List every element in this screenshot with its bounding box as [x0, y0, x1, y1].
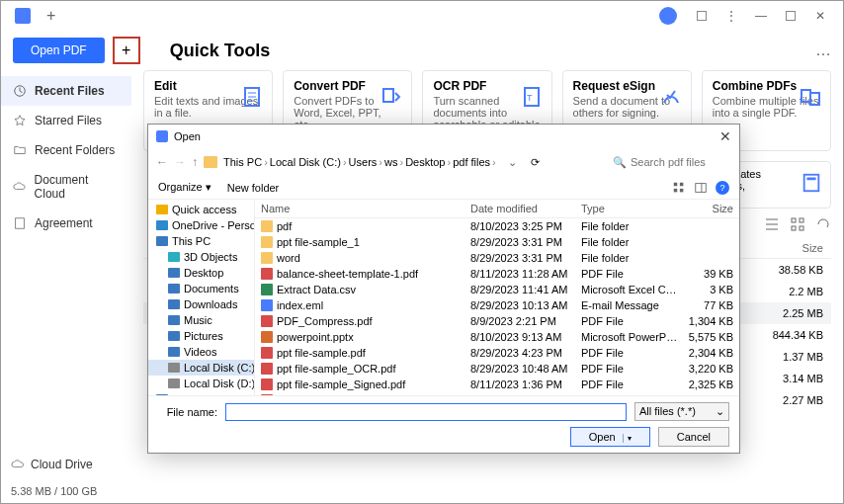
organize-button[interactable]: Organize ▾: [158, 181, 211, 194]
tree-item[interactable]: This PC: [148, 233, 254, 249]
col-name[interactable]: Name: [261, 203, 470, 214]
file-row[interactable]: PDF_Compress.pdf8/9/2023 2:21 PMPDF File…: [255, 313, 739, 329]
breadcrumb[interactable]: Local Disk (C:): [270, 156, 341, 168]
breadcrumb[interactable]: Users: [349, 156, 378, 168]
sidebar-item-recent-folders[interactable]: Recent Folders: [1, 135, 131, 165]
nav-forward-icon[interactable]: →: [174, 155, 186, 169]
app-tab-icon[interactable]: [15, 8, 31, 24]
file-row[interactable]: ppt file-sample.pdf8/29/2023 4:23 PMPDF …: [255, 345, 739, 361]
file-row[interactable]: index.eml8/29/2023 10:13 AME-mail Messag…: [255, 297, 739, 313]
file-name-input[interactable]: [225, 403, 627, 421]
file-row[interactable]: Extract Data.csv8/29/2023 11:41 AMMicros…: [255, 282, 739, 297]
open-dialog: Open ✕ ← → ↑ This PC›Local Disk (C:)›Use…: [147, 124, 740, 454]
new-folder-button[interactable]: New folder: [227, 182, 280, 194]
open-pdf-button[interactable]: Open PDF: [13, 38, 105, 63]
svg-rect-42: [261, 363, 273, 375]
preview-pane-icon[interactable]: [694, 181, 708, 195]
svg-rect-39: [261, 315, 273, 327]
col-date[interactable]: Date modified: [470, 203, 581, 214]
dialog-app-icon: [156, 130, 168, 142]
svg-rect-8: [804, 175, 819, 192]
breadcrumb[interactable]: ws: [384, 156, 397, 168]
tree-item[interactable]: Videos: [148, 344, 254, 360]
folder-icon: [261, 252, 273, 264]
disk-icon: [168, 378, 180, 388]
dialog-search[interactable]: 🔍: [613, 156, 731, 169]
ppt-icon: [261, 331, 273, 343]
dialog-close-icon[interactable]: ✕: [719, 128, 731, 144]
file-row[interactable]: ppt file-sample_OCR.pdf8/29/2023 10:48 A…: [255, 361, 739, 377]
sidebar-cloud-drive[interactable]: Cloud Drive: [11, 458, 93, 471]
svg-rect-3: [383, 89, 393, 102]
sidebar-item-label: Starred Files: [35, 114, 102, 127]
svg-rect-10: [792, 218, 796, 222]
grid-view-icon[interactable]: [790, 216, 805, 232]
nav-up-icon[interactable]: ↑: [192, 155, 198, 169]
tree-item[interactable]: Documents: [148, 281, 254, 296]
tree-item[interactable]: Local Disk (D:): [148, 376, 254, 391]
path-dropdown-icon[interactable]: ⌄: [508, 156, 517, 169]
breadcrumb[interactable]: pdf files: [453, 156, 490, 168]
breadcrumb-sep-icon: ›: [399, 156, 403, 168]
nav-refresh-icon[interactable]: ⟳: [531, 156, 540, 169]
dialog-cancel-button[interactable]: Cancel: [658, 427, 729, 447]
sidebar: Recent Files Starred Files Recent Folder…: [1, 70, 131, 503]
window-maximize-icon[interactable]: [784, 9, 798, 23]
file-row[interactable]: powerpoint.pptx8/10/2023 9:13 AMMicrosof…: [255, 329, 739, 345]
create-pdf-button[interactable]: +: [113, 37, 140, 64]
tree-item[interactable]: OneDrive - Person: [148, 217, 254, 233]
nav-back-icon[interactable]: ←: [156, 155, 168, 169]
file-row[interactable]: balance-sheet-template-1.pdf8/11/2023 11…: [255, 266, 739, 282]
titlebar: + ⋮ — ✕: [1, 1, 843, 31]
view-mode-icon[interactable]: [672, 181, 686, 195]
new-tab-button[interactable]: +: [46, 7, 55, 25]
cloud-drive-icon: [11, 458, 25, 471]
breadcrumb[interactable]: This PC: [223, 156, 262, 168]
sidebar-item-document-cloud[interactable]: Document Cloud: [1, 165, 131, 209]
tree-item[interactable]: Pictures: [148, 328, 254, 344]
user-avatar-icon[interactable]: [659, 7, 677, 25]
svg-rect-20: [156, 205, 168, 214]
tree-item[interactable]: Music: [148, 312, 254, 328]
refresh-view-icon[interactable]: [815, 216, 831, 232]
list-view-icon[interactable]: [764, 216, 780, 232]
tree-item[interactable]: Quick access: [148, 202, 254, 217]
file-row[interactable]: word8/29/2023 3:31 PMFile folder: [255, 250, 739, 266]
tree-item[interactable]: Desktop: [148, 265, 254, 281]
sidebar-item-label: Agreement: [35, 216, 93, 230]
dialog-open-button[interactable]: Open ▾: [570, 427, 650, 447]
search-input[interactable]: [631, 156, 719, 168]
svg-rect-16: [674, 188, 678, 192]
sidebar-item-agreement[interactable]: Agreement: [1, 209, 131, 238]
window-minimize-icon[interactable]: —: [754, 9, 768, 23]
col-size[interactable]: Size: [680, 203, 733, 214]
help-icon[interactable]: ?: [716, 181, 729, 195]
folder-icon: [13, 143, 27, 157]
file-row[interactable]: ppt file-sample_Signed.pdf8/11/2023 1:36…: [255, 377, 739, 392]
dialog-title: Open: [174, 130, 201, 142]
svg-rect-27: [168, 315, 180, 325]
window-close-icon[interactable]: ✕: [813, 9, 827, 23]
breadcrumb-sep-icon: ›: [447, 156, 451, 168]
window-menu-icon[interactable]: ⋮: [724, 9, 738, 23]
dialog-title-bar: Open ✕: [148, 125, 739, 148]
window-feedback-icon[interactable]: [695, 9, 709, 23]
breadcrumb[interactable]: Desktop: [405, 156, 445, 168]
svg-rect-31: [168, 378, 180, 388]
obj-icon: [168, 252, 180, 262]
svg-rect-36: [261, 268, 273, 280]
tree-item[interactable]: Downloads: [148, 296, 254, 312]
file-row[interactable]: pdf8/10/2023 3:25 PMFile folder: [255, 218, 739, 234]
file-row[interactable]: ppt file-sample_18/29/2023 3:31 PMFile f…: [255, 234, 739, 250]
tree-item[interactable]: 3D Objects: [148, 249, 254, 265]
file-type-filter[interactable]: All files (*.*) ⌄: [634, 402, 729, 421]
dl-icon: [168, 299, 180, 309]
sidebar-item-recent-files[interactable]: Recent Files: [1, 76, 131, 106]
size-header[interactable]: Size: [754, 242, 823, 254]
col-type[interactable]: Type: [581, 203, 680, 214]
sidebar-item-starred-files[interactable]: Starred Files: [1, 106, 131, 135]
agreement-icon: [13, 216, 27, 230]
tree-item[interactable]: Local Disk (C:): [148, 360, 254, 376]
doc-icon: [168, 284, 180, 294]
more-tools-icon[interactable]: …: [815, 42, 831, 59]
